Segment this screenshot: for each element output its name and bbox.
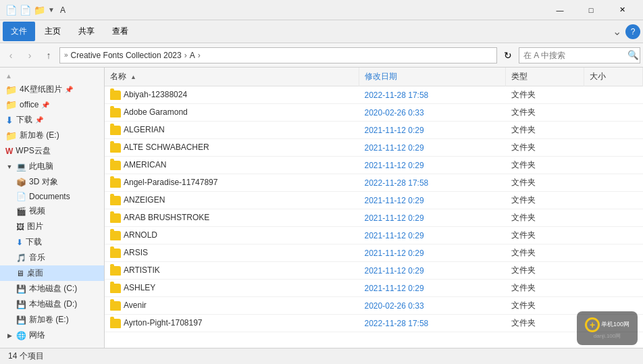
ribbon-tab-share[interactable]: 共享 [70, 22, 103, 41]
folder-icon-row [110, 108, 121, 118]
ribbon-tab-home[interactable]: 主页 [36, 22, 69, 41]
table-row[interactable]: ALGERIAN2021-11-12 0:29文件夹 [105, 122, 643, 139]
sidebar-item-music[interactable]: 🎵 音乐 [0, 250, 104, 265]
folder-icon-row [110, 90, 121, 100]
cell-type: 文件夹 [506, 104, 584, 122]
watermark-text2: danji.100网 [594, 332, 621, 340]
path-segment-1[interactable]: A [190, 51, 195, 60]
sidebar-item-office[interactable]: 📁 office 📌 [0, 97, 104, 112]
watermark-text1: 单机100网 [601, 320, 629, 329]
file-pane: 名称 ▲ 修改日期 类型 大小 Abiyah-12388024 [105, 68, 643, 348]
main-layout: ▲ 📁 4K壁纸图片 📌 📁 office 📌 ⬇ 下载 📌 📁 新加卷 (E:… [0, 68, 643, 348]
cell-size [584, 209, 643, 227]
expand-icon-this-pc[interactable]: ▼ [5, 163, 14, 171]
sidebar-item-network[interactable]: ▶ 🌐 网络 [0, 328, 104, 343]
sidebar-item-download[interactable]: ⬇ 下载 📌 [0, 112, 104, 128]
sidebar-item-local-d[interactable]: 💾 本地磁盘 (D:) [0, 296, 104, 312]
table-row[interactable]: ASHLEY2021-11-12 0:29文件夹 [105, 280, 643, 297]
table-row[interactable]: ARNOLD2021-11-12 0:29文件夹 [105, 227, 643, 244]
cell-type: 文件夹 [506, 174, 584, 192]
up-button[interactable]: ↑ [41, 47, 57, 63]
cell-size [584, 192, 643, 209]
forward-button[interactable]: › [22, 47, 38, 63]
watermark: + 单机100网 danji.100网 [577, 311, 638, 345]
sidebar-label-documents: Documents [29, 192, 70, 201]
table-row[interactable]: Adobe Garamond2020-02-26 0:33文件夹 [105, 104, 643, 122]
folder-icon-row [110, 284, 121, 293]
sidebar-item-downloads2[interactable]: ⬇ 下载 [0, 234, 104, 250]
folder-icon-row [110, 249, 121, 258]
back-button[interactable]: ‹ [3, 47, 19, 63]
address-path[interactable]: » Creative Fonts Collection 2023 › A › [59, 47, 497, 63]
sidebar-item-desktop[interactable]: 🖥 桌面 [0, 265, 104, 281]
sidebar-item-wallpaper[interactable]: ▲ [0, 70, 104, 82]
table-row[interactable]: ALTE SCHWABACHER2021-11-12 0:29文件夹 [105, 139, 643, 157]
search-box[interactable]: 🔍 [519, 47, 640, 63]
col-size-label: 大小 [590, 72, 606, 81]
table-row[interactable]: Abiyah-123880242022-11-28 17:58文件夹 [105, 86, 643, 104]
search-input[interactable] [523, 51, 625, 60]
sidebar-item-documents[interactable]: 📄 Documents [0, 190, 104, 203]
ribbon-expand-btn[interactable]: ⌄ [610, 25, 624, 38]
expand-icon-network[interactable]: ▶ [5, 332, 14, 340]
folder-icon-row [110, 213, 121, 223]
title-dropdown-icon[interactable]: ▼ [48, 6, 55, 14]
cell-type: 文件夹 [506, 227, 584, 244]
col-name-label: 名称 [110, 71, 126, 82]
window-controls: — □ ✕ [544, 0, 638, 20]
table-row[interactable]: ARTISTIK2021-11-12 0:29文件夹 [105, 262, 643, 280]
table-row[interactable]: ARAB BRUSHSTROKE2021-11-12 0:29文件夹 [105, 209, 643, 227]
help-button[interactable]: ? [625, 24, 640, 39]
cell-name: Angel-Paradise-11747897 [105, 174, 359, 192]
ribbon-tab-file[interactable]: 文件 [3, 22, 35, 41]
col-header-type[interactable]: 类型 [506, 68, 584, 86]
sidebar-label-music: 音乐 [29, 252, 45, 263]
cell-type: 文件夹 [506, 280, 584, 297]
table-row[interactable]: ARSIS2021-11-12 0:29文件夹 [105, 244, 643, 262]
sidebar-label-network: 网络 [29, 330, 45, 341]
title-icon-2: 📄 [20, 5, 31, 16]
table-row[interactable]: AMERICAN2021-11-12 0:29文件夹 [105, 157, 643, 174]
col-header-name[interactable]: 名称 ▲ [105, 68, 359, 86]
sidebar-item-wps[interactable]: W WPS云盘 [0, 143, 104, 159]
sidebar-item-3d[interactable]: 📦 3D 对象 [0, 174, 104, 190]
title-icon-1: 📄 [5, 5, 17, 16]
wps-icon: W [5, 147, 13, 156]
refresh-button[interactable]: ↻ [500, 47, 516, 63]
sidebar-item-newvol-e[interactable]: 📁 新加卷 (E:) [0, 128, 104, 143]
folder-icon-pictures: 🖼 [16, 222, 24, 232]
col-header-date[interactable]: 修改日期 [359, 68, 506, 86]
folder-icon-download: ⬇ [5, 115, 14, 126]
cell-type: 文件夹 [506, 315, 584, 332]
cell-name: ALTE SCHWABACHER [105, 139, 359, 157]
minimize-button[interactable]: — [544, 0, 575, 20]
sidebar-item-newvol-e2[interactable]: 💾 新加卷 (E:) [0, 312, 104, 328]
ribbon-tab-view[interactable]: 查看 [104, 22, 136, 41]
cell-name: Ayrton-Pight-1708197 [105, 315, 359, 332]
col-type-label: 类型 [511, 72, 528, 81]
cell-size [584, 104, 643, 122]
table-row[interactable]: ANZEIGEN2021-11-12 0:29文件夹 [105, 192, 643, 209]
cell-date: 2020-02-26 0:33 [359, 104, 506, 122]
address-bar: ‹ › ↑ » Creative Fonts Collection 2023 ›… [0, 43, 643, 68]
maximize-button[interactable]: □ [575, 0, 607, 20]
cell-type: 文件夹 [506, 244, 584, 262]
table-row[interactable]: Angel-Paradise-117478972022-11-28 17:58文… [105, 174, 643, 192]
item-count: 14 个项目 [8, 350, 44, 362]
cell-type: 文件夹 [506, 139, 584, 157]
cell-date: 2022-11-28 17:58 [359, 86, 506, 104]
table-row[interactable]: Ayrton-Pight-17081972022-11-28 17:58文件夹 [105, 315, 643, 332]
sidebar-item-video[interactable]: 🎬 视频 [0, 203, 104, 219]
sidebar-item-pictures[interactable]: 🖼 图片 [0, 219, 104, 234]
sidebar-item-local-c[interactable]: 💾 本地磁盘 (C:) [0, 281, 104, 296]
window-title: A [60, 5, 544, 15]
table-row[interactable]: Avenir2020-02-26 0:33文件夹 [105, 297, 643, 315]
path-segment-0[interactable]: Creative Fonts Collection 2023 [71, 51, 182, 60]
col-header-size[interactable]: 大小 [584, 68, 643, 86]
folder-icon-3d: 📦 [16, 178, 26, 187]
sidebar-item-this-pc[interactable]: ▼ 💻 此电脑 [0, 159, 104, 174]
cell-date: 2021-11-12 0:29 [359, 262, 506, 280]
search-icon-button[interactable]: 🔍 [627, 50, 639, 60]
close-button[interactable]: ✕ [607, 0, 638, 20]
sidebar-item-wallpaper[interactable]: 📁 4K壁纸图片 📌 [0, 82, 104, 97]
